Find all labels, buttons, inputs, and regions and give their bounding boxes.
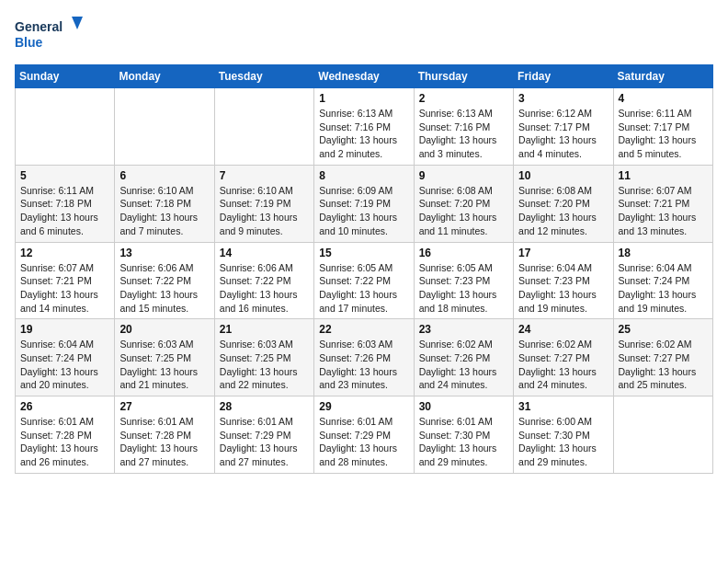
calendar-cell: 24Sunrise: 6:02 AM Sunset: 7:27 PM Dayli…	[514, 319, 613, 396]
day-info: Sunrise: 6:00 AM Sunset: 7:30 PM Dayligh…	[518, 415, 608, 469]
calendar-cell: 22Sunrise: 6:03 AM Sunset: 7:26 PM Dayli…	[314, 319, 414, 396]
day-info: Sunrise: 6:01 AM Sunset: 7:29 PM Dayligh…	[220, 415, 309, 469]
day-info: Sunrise: 6:03 AM Sunset: 7:25 PM Dayligh…	[119, 338, 209, 392]
day-header-thursday: Thursday	[414, 65, 513, 88]
day-info: Sunrise: 6:07 AM Sunset: 7:21 PM Dayligh…	[20, 261, 109, 316]
day-info: Sunrise: 6:07 AM Sunset: 7:21 PM Dayligh…	[619, 184, 708, 238]
calendar-cell: 14Sunrise: 6:06 AM Sunset: 7:22 PM Dayli…	[214, 242, 313, 319]
calendar-cell: 18Sunrise: 6:04 AM Sunset: 7:24 PM Dayli…	[613, 242, 712, 319]
day-info: Sunrise: 6:10 AM Sunset: 7:18 PM Dayligh…	[119, 184, 209, 238]
calendar-cell: 21Sunrise: 6:03 AM Sunset: 7:25 PM Dayli…	[214, 319, 313, 396]
calendar-cell: 5Sunrise: 6:11 AM Sunset: 7:18 PM Daylig…	[16, 165, 115, 242]
day-number: 2	[419, 92, 508, 105]
day-number: 21	[220, 323, 309, 336]
day-number: 1	[319, 92, 408, 105]
calendar-cell: 20Sunrise: 6:03 AM Sunset: 7:25 PM Dayli…	[115, 319, 214, 396]
calendar-cell: 4Sunrise: 6:11 AM Sunset: 7:17 PM Daylig…	[613, 88, 712, 166]
day-number: 15	[319, 247, 408, 259]
calendar-cell: 12Sunrise: 6:07 AM Sunset: 7:21 PM Dayli…	[16, 242, 115, 319]
page-header: GeneralBlue	[15, 15, 713, 55]
day-number: 9	[419, 169, 508, 182]
day-header-friday: Friday	[514, 65, 613, 88]
day-number: 16	[419, 247, 508, 259]
day-number: 20	[119, 323, 209, 336]
day-info: Sunrise: 6:11 AM Sunset: 7:18 PM Dayligh…	[20, 184, 109, 238]
day-number: 12	[20, 247, 109, 259]
day-info: Sunrise: 6:01 AM Sunset: 7:28 PM Dayligh…	[20, 415, 109, 469]
calendar-cell: 7Sunrise: 6:10 AM Sunset: 7:19 PM Daylig…	[214, 165, 313, 242]
calendar-cell	[115, 88, 214, 166]
calendar-cell: 26Sunrise: 6:01 AM Sunset: 7:28 PM Dayli…	[16, 396, 115, 474]
calendar-week-row: 1Sunrise: 6:13 AM Sunset: 7:16 PM Daylig…	[16, 88, 713, 166]
day-number: 7	[220, 169, 309, 182]
calendar-cell: 3Sunrise: 6:12 AM Sunset: 7:17 PM Daylig…	[514, 88, 613, 166]
day-number: 22	[319, 323, 408, 336]
svg-text:General: General	[15, 19, 63, 34]
day-info: Sunrise: 6:09 AM Sunset: 7:19 PM Dayligh…	[319, 184, 408, 238]
day-number: 10	[518, 169, 608, 182]
calendar-cell: 29Sunrise: 6:01 AM Sunset: 7:29 PM Dayli…	[314, 396, 414, 474]
day-number: 3	[518, 92, 608, 105]
calendar-cell: 8Sunrise: 6:09 AM Sunset: 7:19 PM Daylig…	[314, 165, 414, 242]
calendar-cell: 13Sunrise: 6:06 AM Sunset: 7:22 PM Dayli…	[115, 242, 214, 319]
day-number: 13	[119, 247, 209, 259]
calendar-cell	[613, 396, 712, 474]
day-number: 19	[20, 323, 109, 336]
day-number: 4	[619, 92, 708, 105]
day-header-wednesday: Wednesday	[314, 65, 414, 88]
day-number: 8	[319, 169, 408, 182]
day-number: 18	[619, 247, 708, 259]
calendar-cell: 27Sunrise: 6:01 AM Sunset: 7:28 PM Dayli…	[115, 396, 214, 474]
day-number: 26	[20, 400, 109, 413]
day-info: Sunrise: 6:04 AM Sunset: 7:24 PM Dayligh…	[619, 261, 708, 316]
day-info: Sunrise: 6:12 AM Sunset: 7:17 PM Dayligh…	[518, 107, 608, 161]
svg-text:Blue: Blue	[15, 35, 43, 50]
calendar-cell: 1Sunrise: 6:13 AM Sunset: 7:16 PM Daylig…	[314, 88, 414, 166]
day-number: 27	[119, 400, 209, 413]
day-info: Sunrise: 6:04 AM Sunset: 7:23 PM Dayligh…	[518, 261, 608, 316]
day-info: Sunrise: 6:02 AM Sunset: 7:27 PM Dayligh…	[518, 338, 608, 392]
calendar-cell: 23Sunrise: 6:02 AM Sunset: 7:26 PM Dayli…	[414, 319, 513, 396]
day-info: Sunrise: 6:02 AM Sunset: 7:27 PM Dayligh…	[619, 338, 708, 392]
day-info: Sunrise: 6:06 AM Sunset: 7:22 PM Dayligh…	[220, 261, 309, 316]
calendar-cell: 9Sunrise: 6:08 AM Sunset: 7:20 PM Daylig…	[414, 165, 513, 242]
day-number: 23	[419, 323, 508, 336]
calendar-cell: 15Sunrise: 6:05 AM Sunset: 7:22 PM Dayli…	[314, 242, 414, 319]
calendar-cell: 2Sunrise: 6:13 AM Sunset: 7:16 PM Daylig…	[414, 88, 513, 166]
day-info: Sunrise: 6:03 AM Sunset: 7:25 PM Dayligh…	[220, 338, 309, 392]
day-number: 28	[220, 400, 309, 413]
day-info: Sunrise: 6:08 AM Sunset: 7:20 PM Dayligh…	[419, 184, 508, 238]
day-number: 17	[518, 247, 608, 259]
calendar-cell: 11Sunrise: 6:07 AM Sunset: 7:21 PM Dayli…	[613, 165, 712, 242]
day-info: Sunrise: 6:01 AM Sunset: 7:30 PM Dayligh…	[419, 415, 508, 469]
calendar-cell: 10Sunrise: 6:08 AM Sunset: 7:20 PM Dayli…	[514, 165, 613, 242]
calendar-cell: 19Sunrise: 6:04 AM Sunset: 7:24 PM Dayli…	[16, 319, 115, 396]
day-info: Sunrise: 6:13 AM Sunset: 7:16 PM Dayligh…	[419, 107, 508, 161]
day-number: 31	[518, 400, 608, 413]
day-number: 29	[319, 400, 408, 413]
day-number: 14	[220, 247, 309, 259]
day-info: Sunrise: 6:05 AM Sunset: 7:23 PM Dayligh…	[419, 261, 508, 316]
day-info: Sunrise: 6:03 AM Sunset: 7:26 PM Dayligh…	[319, 338, 408, 392]
day-info: Sunrise: 6:11 AM Sunset: 7:17 PM Dayligh…	[619, 107, 708, 161]
calendar-cell: 31Sunrise: 6:00 AM Sunset: 7:30 PM Dayli…	[514, 396, 613, 474]
calendar-week-row: 12Sunrise: 6:07 AM Sunset: 7:21 PM Dayli…	[16, 242, 713, 319]
day-info: Sunrise: 6:06 AM Sunset: 7:22 PM Dayligh…	[119, 261, 209, 316]
day-info: Sunrise: 6:04 AM Sunset: 7:24 PM Dayligh…	[20, 338, 109, 392]
calendar-cell	[16, 88, 115, 166]
day-info: Sunrise: 6:01 AM Sunset: 7:28 PM Dayligh…	[119, 415, 209, 469]
day-info: Sunrise: 6:08 AM Sunset: 7:20 PM Dayligh…	[518, 184, 608, 238]
day-number: 30	[419, 400, 508, 413]
calendar-header-row: SundayMondayTuesdayWednesdayThursdayFrid…	[16, 65, 713, 88]
day-header-saturday: Saturday	[613, 65, 712, 88]
logo-svg: GeneralBlue	[15, 15, 88, 55]
day-number: 11	[619, 169, 708, 182]
day-info: Sunrise: 6:13 AM Sunset: 7:16 PM Dayligh…	[319, 107, 408, 161]
calendar-cell: 28Sunrise: 6:01 AM Sunset: 7:29 PM Dayli…	[214, 396, 313, 474]
calendar-week-row: 5Sunrise: 6:11 AM Sunset: 7:18 PM Daylig…	[16, 165, 713, 242]
calendar-table: SundayMondayTuesdayWednesdayThursdayFrid…	[15, 64, 713, 474]
calendar-cell: 6Sunrise: 6:10 AM Sunset: 7:18 PM Daylig…	[115, 165, 214, 242]
calendar-cell: 30Sunrise: 6:01 AM Sunset: 7:30 PM Dayli…	[414, 396, 513, 474]
calendar-cell: 16Sunrise: 6:05 AM Sunset: 7:23 PM Dayli…	[414, 242, 513, 319]
day-header-tuesday: Tuesday	[214, 65, 313, 88]
